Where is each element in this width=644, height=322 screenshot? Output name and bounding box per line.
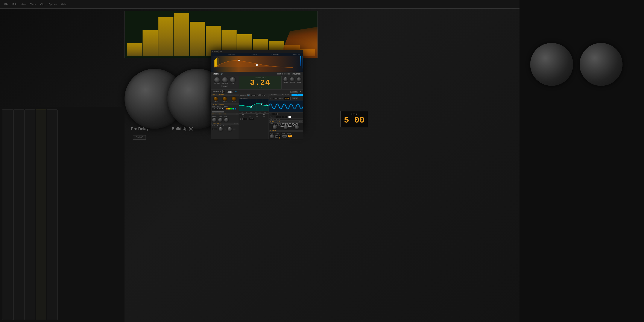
pre-delay-label: Pre Delay xyxy=(214,83,220,84)
x-gain-label: X-Gain xyxy=(223,101,227,102)
collapse-button[interactable]: Collapse xyxy=(290,90,298,93)
svg-rect-13 xyxy=(232,92,232,93)
rate-display-panel: RATE 5 00 xyxy=(340,111,368,127)
oe-size-knob[interactable] xyxy=(218,118,222,122)
mode-label: Mode xyxy=(212,125,215,126)
recovery-knob[interactable] xyxy=(228,127,232,131)
digital-off-btn[interactable]: OFF xyxy=(288,135,292,137)
dynamics-on-off[interactable]: On/Off xyxy=(234,123,238,124)
mix-value[interactable]: 50 xyxy=(282,116,288,118)
output-knob[interactable] xyxy=(297,77,301,81)
modulation-on-off[interactable]: On/Off xyxy=(298,121,302,122)
menu-track[interactable]: Track xyxy=(30,3,36,6)
f2-value[interactable]: 2000 xyxy=(273,97,278,100)
analog-off-btn[interactable]: OFF xyxy=(282,135,286,137)
fm-mix-knob[interactable] xyxy=(295,125,299,129)
spectrum-bar xyxy=(127,43,142,56)
output-echoes-on-off[interactable]: On/Off xyxy=(234,113,238,115)
menu-clip[interactable]: Clip xyxy=(40,3,44,6)
collapse-arrow[interactable]: ▲ xyxy=(300,91,301,92)
plugin-header-dots: • • • xyxy=(220,51,222,52)
echo-wave-3[interactable] xyxy=(218,111,221,112)
rate-label: RATE xyxy=(279,98,283,99)
q2-value[interactable]: 0.70 xyxy=(249,118,254,120)
timeline-2: 2.0000sec xyxy=(250,54,258,56)
am-depth-knob[interactable] xyxy=(273,125,277,129)
background-daw: File Edit View Track Clip Options Help P… xyxy=(0,0,644,322)
flip-indicator[interactable] xyxy=(288,116,291,118)
menu-view[interactable]: View xyxy=(21,3,26,6)
tempo-label: Tempo xyxy=(275,132,279,134)
er-settings-icon[interactable]: ⚙ xyxy=(235,91,236,92)
bg-right-knob2[interactable] xyxy=(530,43,573,86)
er-filter-c-value[interactable]: -40.0 xyxy=(251,94,256,96)
echo-type-select[interactable]: 8Tap 8th Filt xyxy=(212,108,225,110)
echo-wave-1[interactable] xyxy=(212,111,215,112)
sync-button[interactable]: SYNC xyxy=(222,85,228,87)
x-gain-group: X-Gain xyxy=(222,96,227,102)
x-time-knob[interactable] xyxy=(214,96,218,101)
pre-delay-knob[interactable] xyxy=(214,77,220,83)
size-knob[interactable] xyxy=(230,77,236,83)
er-filter-f-value[interactable]: 10013 xyxy=(260,94,266,96)
echo-color-3 xyxy=(230,108,232,110)
size-group: Size xyxy=(230,77,236,84)
tab-envelope[interactable]: ENVELOPE xyxy=(280,94,292,96)
echo-color-indicators xyxy=(226,108,236,110)
test-button[interactable]: TEST xyxy=(213,73,219,75)
q-label-row: Q 3.08 0.70 xyxy=(239,118,268,120)
type-label: Type xyxy=(212,106,215,107)
q-label: Q xyxy=(240,118,241,120)
bg-right-knob[interactable] xyxy=(580,43,622,86)
svg-point-20 xyxy=(250,106,252,108)
er-select-value[interactable]: 5 xyxy=(222,90,226,93)
build-up-knob[interactable] xyxy=(222,77,228,83)
repo-lof-value[interactable]: 0.5 xyxy=(276,116,281,118)
timeline-4: 4.0000sec xyxy=(293,54,301,56)
tab-damping[interactable]: DAMPING xyxy=(269,94,280,96)
right-knobs-row: ER/Tail Dry/Wet Output xyxy=(283,77,302,83)
bg-sync-btn[interactable]: SYNC xyxy=(133,135,146,140)
eq-curve-svg xyxy=(239,100,268,111)
reverse-button[interactable]: REVERSE xyxy=(292,73,301,75)
er-filter-c-btn[interactable]: C xyxy=(247,94,250,96)
drive-knob[interactable] xyxy=(270,134,274,138)
spectrum-bar xyxy=(190,22,205,56)
density-group: Density xyxy=(232,96,236,102)
mod-knobs xyxy=(270,125,302,129)
plugin-window: • • • 0 1.0000sec 2.0000sec 3.0000sec 4.… xyxy=(211,50,303,132)
host-btn[interactable]: ON xyxy=(279,137,280,138)
menu-help[interactable]: Help xyxy=(61,3,66,6)
lfo-sync-btn[interactable]: SYNC xyxy=(292,97,298,100)
echo-wave-4[interactable] xyxy=(221,111,224,112)
eq-q-row: 240 839 2308 2630 xyxy=(239,116,268,118)
tempo-value[interactable]: 100.00 xyxy=(276,135,281,137)
output-echoes-section-label: OUTPUT ECHOES On/Off xyxy=(211,113,239,115)
er-filter-f-btn[interactable]: F xyxy=(257,94,260,96)
am-rate-knob[interactable] xyxy=(284,125,288,129)
f1-value[interactable]: 400 xyxy=(272,113,278,115)
oe-tone-knob[interactable] xyxy=(224,118,228,122)
main-knobs-row: Pre Delay Build Up [s] Size xyxy=(214,77,236,84)
svg-rect-12 xyxy=(231,92,232,93)
svg-rect-11 xyxy=(230,91,231,93)
er-bar-graph xyxy=(228,90,234,93)
x-gain-knob[interactable] xyxy=(222,96,227,101)
bps-value: 1258 xyxy=(283,137,286,138)
menu-edit[interactable]: Edit xyxy=(12,3,16,6)
density-knob[interactable] xyxy=(232,96,236,101)
tab-lfo[interactable]: LFO xyxy=(292,94,303,96)
menu-file[interactable]: File xyxy=(4,3,8,6)
q-value[interactable]: 3.08 xyxy=(242,118,248,120)
svg-rect-10 xyxy=(229,91,230,93)
mode-select[interactable]: Comp xyxy=(212,128,217,130)
drive-label: Drive xyxy=(270,132,273,134)
lfo-display xyxy=(269,100,303,112)
er-tail-knob[interactable] xyxy=(283,77,288,81)
amount-knob[interactable] xyxy=(212,118,216,122)
rate-value[interactable]: 3.00 xyxy=(284,96,291,100)
dry-wet-knob[interactable] xyxy=(290,77,294,81)
echo-wave-2[interactable] xyxy=(215,111,218,112)
menu-options[interactable]: Options xyxy=(48,3,57,6)
thresh-knob[interactable] xyxy=(218,127,223,131)
